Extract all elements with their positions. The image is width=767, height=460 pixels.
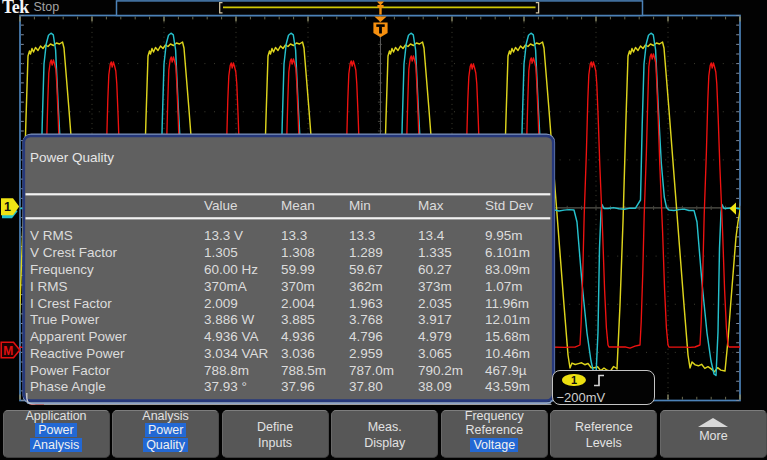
svg-text:1: 1 (4, 200, 11, 214)
svg-text:M: M (3, 344, 13, 358)
